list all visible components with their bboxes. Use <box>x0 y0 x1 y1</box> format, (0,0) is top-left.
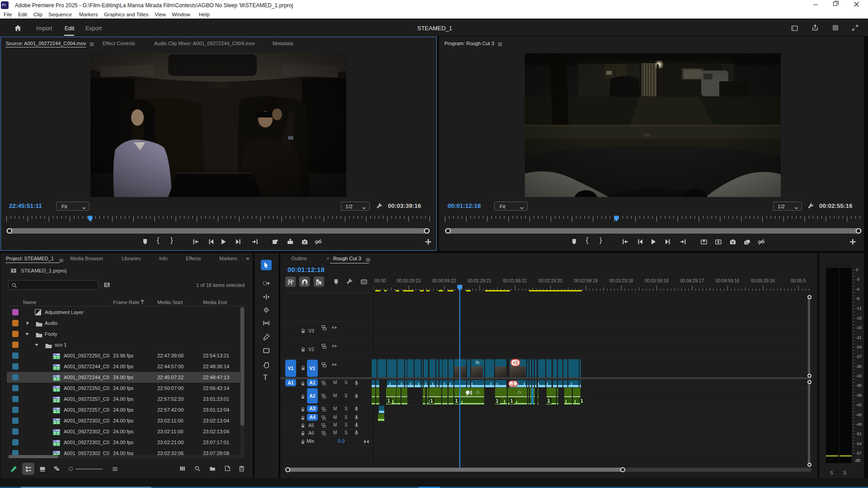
svg-text:CC: CC <box>362 280 366 283</box>
